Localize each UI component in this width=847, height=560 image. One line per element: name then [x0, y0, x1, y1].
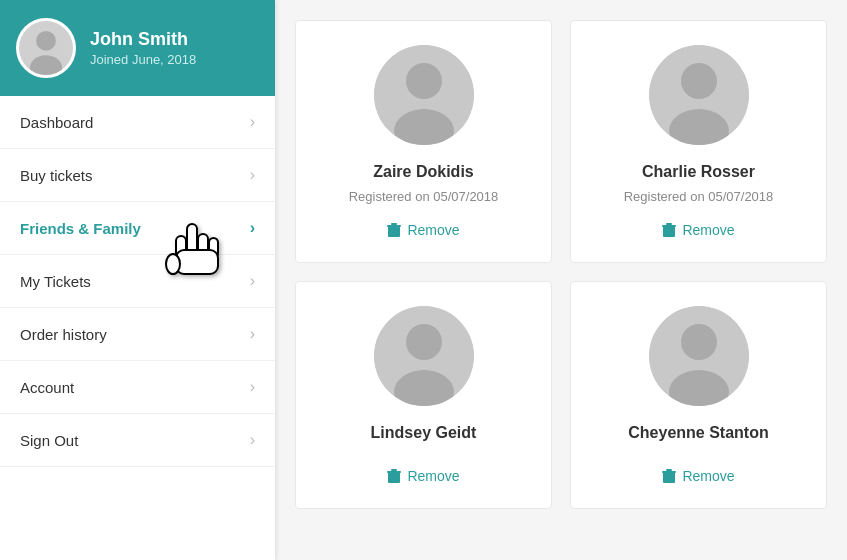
sidebar-item-dashboard[interactable]: Dashboard ›: [0, 96, 275, 149]
chevron-right-icon: ›: [250, 325, 255, 343]
sidebar-item-sign-out[interactable]: Sign Out ›: [0, 414, 275, 467]
sidebar-item-buy-tickets-label: Buy tickets: [20, 167, 93, 184]
svg-rect-19: [387, 471, 401, 473]
remove-label-0: Remove: [407, 222, 459, 238]
svg-point-4: [406, 63, 442, 99]
sidebar-item-order-history[interactable]: Order history ›: [0, 308, 275, 361]
sidebar-item-order-history-label: Order history: [20, 326, 107, 343]
svg-rect-8: [391, 223, 397, 225]
remove-label-2: Remove: [407, 468, 459, 484]
trash-icon: [662, 222, 676, 238]
svg-rect-14: [666, 223, 672, 225]
svg-rect-13: [662, 225, 676, 227]
user-joined: Joined June, 2018: [90, 52, 196, 67]
person-card-2: Lindsey Geidt Remove: [295, 281, 552, 509]
chevron-right-icon: ›: [250, 166, 255, 184]
sidebar-item-my-tickets-label: My Tickets: [20, 273, 91, 290]
person-registered-0: Registered on 05/07/2018: [349, 189, 499, 204]
person-avatar-2: [374, 306, 474, 406]
trash-icon: [387, 222, 401, 238]
person-avatar-3: [649, 306, 749, 406]
chevron-right-icon: ›: [250, 431, 255, 449]
svg-rect-18: [388, 472, 400, 483]
person-name-3: Cheyenne Stanton: [628, 424, 768, 442]
person-card-3: Cheyenne Stanton Remove: [570, 281, 827, 509]
sidebar-item-friends-family-label: Friends & Family: [20, 220, 141, 237]
remove-button-0[interactable]: Remove: [379, 218, 467, 242]
person-avatar-1: [649, 45, 749, 145]
trash-icon: [662, 468, 676, 484]
person-name-1: Charlie Rosser: [642, 163, 755, 181]
user-name: John Smith: [90, 29, 196, 50]
chevron-right-icon: ›: [250, 219, 255, 237]
sidebar-item-friends-family[interactable]: Friends & Family ›: [0, 202, 275, 255]
remove-label-1: Remove: [682, 222, 734, 238]
sidebar-item-buy-tickets[interactable]: Buy tickets ›: [0, 149, 275, 202]
remove-label-3: Remove: [682, 468, 734, 484]
sidebar-item-dashboard-label: Dashboard: [20, 114, 93, 131]
person-name-0: Zaire Dokidis: [373, 163, 473, 181]
svg-point-1: [36, 31, 56, 51]
svg-rect-25: [662, 471, 676, 473]
sidebar-item-my-tickets[interactable]: My Tickets ›: [0, 255, 275, 308]
chevron-right-icon: ›: [250, 378, 255, 396]
svg-rect-6: [388, 226, 400, 237]
svg-rect-7: [387, 225, 401, 227]
avatar: [16, 18, 76, 78]
sidebar: John Smith Joined June, 2018 Dashboard ›…: [0, 0, 275, 560]
svg-point-16: [406, 324, 442, 360]
sidebar-nav: Dashboard › Buy tickets › Friends & Fami…: [0, 96, 275, 560]
trash-icon: [387, 468, 401, 484]
remove-button-1[interactable]: Remove: [654, 218, 742, 242]
svg-rect-20: [391, 469, 397, 471]
svg-point-10: [681, 63, 717, 99]
chevron-right-icon: ›: [250, 272, 255, 290]
chevron-right-icon: ›: [250, 113, 255, 131]
sidebar-item-sign-out-label: Sign Out: [20, 432, 78, 449]
sidebar-item-account-label: Account: [20, 379, 74, 396]
person-name-2: Lindsey Geidt: [371, 424, 477, 442]
sidebar-header: John Smith Joined June, 2018: [0, 0, 275, 96]
person-card-0: Zaire Dokidis Registered on 05/07/2018 R…: [295, 20, 552, 263]
person-registered-1: Registered on 05/07/2018: [624, 189, 774, 204]
person-card-1: Charlie Rosser Registered on 05/07/2018 …: [570, 20, 827, 263]
remove-button-2[interactable]: Remove: [379, 464, 467, 488]
sidebar-item-account[interactable]: Account ›: [0, 361, 275, 414]
svg-rect-12: [663, 226, 675, 237]
remove-button-3[interactable]: Remove: [654, 464, 742, 488]
svg-point-22: [681, 324, 717, 360]
person-avatar-0: [374, 45, 474, 145]
svg-rect-26: [666, 469, 672, 471]
main-content: Zaire Dokidis Registered on 05/07/2018 R…: [275, 0, 847, 560]
svg-rect-24: [663, 472, 675, 483]
user-info: John Smith Joined June, 2018: [90, 29, 196, 67]
